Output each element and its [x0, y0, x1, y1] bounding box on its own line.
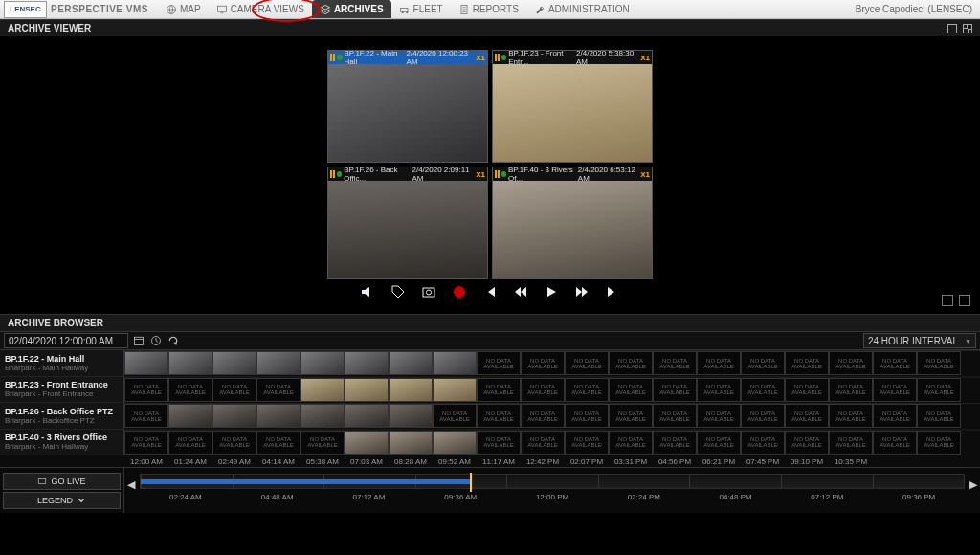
timeline-labels: 02:24 AM04:48 AM07:12 AM09:36 AM12:00 PM…	[140, 493, 965, 501]
thumbnail-nodata: NO DATA AVAILABLE	[609, 404, 653, 428]
rewind-icon[interactable]	[512, 283, 529, 300]
play-icon[interactable]	[543, 283, 560, 300]
playback-speed: X1	[640, 54, 650, 62]
thumbnail-nodata: NO DATA AVAILABLE	[477, 351, 521, 375]
camera-list-name: BP.1F.40 - 3 Rivers Office	[5, 433, 119, 442]
nav-fleet[interactable]: FLEET	[391, 0, 451, 18]
camera-tile[interactable]: BP.1F.26 - Back Offic... 2/4/2020 2:09:1…	[327, 166, 488, 279]
calendar-icon[interactable]	[132, 334, 145, 347]
skip-start-icon[interactable]	[481, 283, 499, 300]
timeline-playhead[interactable]	[470, 473, 472, 492]
thumbnail[interactable]	[389, 404, 433, 428]
go-live-button[interactable]: GO LIVE	[3, 473, 121, 490]
nav-camera-views[interactable]: CAMERA VIEWS	[209, 0, 312, 18]
camera-grid: BP.1F.22 - Main Hall 2/4/2020 12:00:23 A…	[327, 50, 653, 279]
thumbnail-nodata: NO DATA AVAILABLE	[785, 378, 829, 402]
thumbnail[interactable]	[256, 351, 301, 375]
thumbnail-row: NO DATA AVAILABLENO DATA AVAILABLENO DAT…	[124, 403, 980, 430]
time-axis-label: 07:03 AM	[345, 457, 389, 466]
bottom-panel: GO LIVE LEGEND ◀ ▶ 02:24 AM04:48 AM07:12…	[0, 467, 980, 513]
time-axis-label: 06:21 PM	[697, 457, 741, 466]
camera-list-item[interactable]: BP.1F.22 - Main HallBriarpark - Main Hal…	[0, 350, 123, 377]
timeline-bar[interactable]	[140, 474, 965, 489]
refresh-icon[interactable]	[167, 334, 180, 347]
product-name: PERSPECTIVE VMS	[51, 4, 148, 14]
thumbnail[interactable]	[168, 351, 212, 375]
thumbnail[interactable]	[389, 378, 433, 402]
thumbnail[interactable]	[345, 404, 389, 428]
camera-feed[interactable]	[328, 181, 487, 278]
thumbnail[interactable]	[256, 404, 301, 428]
thumbnail[interactable]	[345, 351, 389, 375]
timeline-tick-label: 07:12 AM	[323, 493, 415, 501]
time-axis-label: 02:49 AM	[212, 457, 256, 466]
camera-list-name: BP.1F.26 - Back Office PTZ	[5, 407, 119, 416]
camera-list-item[interactable]: BP.1F.26 - Back Office PTZBriarpark - Ba…	[0, 403, 123, 430]
legend-button[interactable]: LEGEND	[3, 492, 121, 509]
camera-list-item[interactable]: BP.1F.40 - 3 Rivers OfficeBriarpark - Ma…	[0, 430, 123, 456]
nav-administration[interactable]: ADMINISTRATION	[526, 0, 637, 18]
thumbnail-grid[interactable]: NO DATA AVAILABLENO DATA AVAILABLENO DAT…	[124, 350, 980, 455]
thumbnail[interactable]	[301, 378, 345, 402]
timeline-left-icon[interactable]: ◀	[124, 476, 138, 493]
forward-icon[interactable]	[573, 283, 590, 300]
interval-select[interactable]: 24 HOUR INTERVAL	[863, 333, 976, 348]
timeline[interactable]: ◀ ▶ 02:24 AM04:48 AM07:12 AM09:36 AM12:0…	[124, 468, 980, 513]
thumbnail[interactable]	[433, 378, 477, 402]
datetime-input[interactable]	[4, 333, 128, 348]
nav-map[interactable]: MAP	[158, 0, 209, 18]
record-icon[interactable]	[451, 283, 468, 300]
megaphone-icon[interactable]	[359, 283, 376, 300]
thumbnail[interactable]	[212, 351, 256, 375]
nav-archives[interactable]: ARCHIVES	[312, 0, 391, 18]
svg-rect-1	[217, 6, 226, 11]
thumbnail[interactable]	[301, 404, 345, 428]
nav-reports[interactable]: REPORTS	[451, 0, 526, 18]
thumbnail[interactable]	[212, 404, 256, 428]
camera-list-item[interactable]: BP.1F.23 - Front EntranceBriarpark - Fro…	[0, 377, 123, 404]
thumbnail[interactable]	[389, 431, 433, 455]
thumbnail[interactable]	[345, 378, 389, 402]
clock-icon[interactable]	[149, 334, 163, 347]
section-title: ARCHIVE VIEWER	[8, 23, 91, 33]
thumbnail-nodata: NO DATA AVAILABLE	[917, 378, 961, 402]
thumbnail-nodata: NO DATA AVAILABLE	[565, 404, 609, 428]
thumbnail[interactable]	[433, 351, 477, 375]
thumbnail[interactable]	[168, 404, 212, 428]
camera-feed[interactable]	[493, 64, 652, 162]
thumbnail-nodata: NO DATA AVAILABLE	[697, 431, 741, 455]
popout-icon[interactable]	[959, 295, 970, 306]
thumbnail-nodata: NO DATA AVAILABLE	[124, 404, 168, 428]
grid-layout-icon[interactable]	[947, 24, 957, 33]
camera-feed[interactable]	[493, 181, 652, 278]
timeline-tick-label: 09:36 PM	[873, 493, 965, 501]
thumbnail[interactable]	[345, 431, 389, 455]
camera-tile[interactable]: BP.1F.40 - 3 Rivers Of... 2/4/2020 6:53:…	[492, 166, 653, 279]
thumbnail[interactable]	[433, 431, 477, 455]
thumbnail-nodata: NO DATA AVAILABLE	[565, 378, 609, 402]
current-user[interactable]: Bryce Capodieci (LENSEC)	[856, 4, 972, 14]
camera-list-name: BP.1F.23 - Front Entrance	[5, 380, 119, 389]
thumbnail-nodata: NO DATA AVAILABLE	[741, 351, 785, 375]
timeline-tick-label: 09:36 AM	[414, 493, 506, 501]
timeline-right-icon[interactable]: ▶	[967, 476, 980, 493]
skip-end-icon[interactable]	[604, 283, 621, 300]
expand-icon[interactable]	[942, 295, 953, 306]
snapshot-icon[interactable]	[420, 283, 437, 300]
fullscreen-icon[interactable]	[963, 24, 972, 33]
camera-feed[interactable]	[328, 64, 487, 162]
camera-tile[interactable]: BP.1F.23 - Front Entr... 2/4/2020 5:38:3…	[492, 50, 653, 163]
thumbnail[interactable]	[124, 351, 168, 375]
time-axis-label: 07:45 PM	[741, 457, 785, 466]
time-axis-label: 05:38 AM	[301, 457, 345, 466]
pause-icon	[495, 170, 500, 178]
thumbnail[interactable]	[389, 351, 433, 375]
timeline-fill	[141, 479, 470, 484]
tag-icon[interactable]	[390, 283, 407, 300]
thumbnail[interactable]	[301, 351, 345, 375]
camera-tile[interactable]: BP.1F.22 - Main Hall 2/4/2020 12:00:23 A…	[327, 50, 488, 163]
status-dot-icon	[337, 55, 342, 60]
thumbnail-nodata: NO DATA AVAILABLE	[917, 404, 961, 428]
time-axis-label: 09:52 AM	[433, 457, 477, 466]
nav-label: ARCHIVES	[334, 4, 384, 14]
